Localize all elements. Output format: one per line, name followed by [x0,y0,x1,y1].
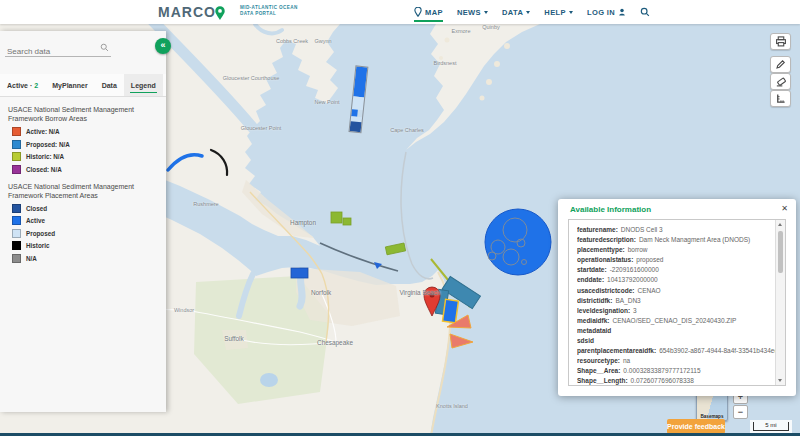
popup-content-box: featurename:DNODS Cell 3 featuredescript… [568,219,786,386]
field-key: usacedistrictcode: [577,287,634,294]
eraser-icon [775,76,786,87]
logo: MARCO [158,3,226,21]
map-place-label: Birdsnest [434,60,457,66]
popup-field-row: startdate:-2209161600000 [577,265,775,275]
legend-placement-items: Closed Active Proposed Historic N/A [0,204,166,263]
field-key: leveldesignation: [577,307,630,314]
map-place-label: Virginia Beach [399,289,440,296]
map-place-label: Rushmere [193,201,218,207]
legend-item-label: Historic: N/A [26,153,64,160]
logo-pin-icon [214,6,226,21]
legend-item: Closed: N/A [12,165,166,174]
field-value: borrow [628,246,648,253]
search-row [5,40,111,57]
map-place-label: Windsor [174,307,194,313]
nav-help[interactable]: HELP [544,0,573,24]
scroll-up-icon[interactable] [778,223,782,226]
field-value: CENAO [637,287,660,294]
popup-field-row: parentplacementareaidfk:654b3902-a867-49… [577,346,775,356]
legend-item-label: Closed: N/A [26,166,62,173]
app: Cobbs CreekGwynnQuinbyExmoreBirdsnestGlo… [0,0,800,436]
scale-bar: 5 mi [750,420,792,433]
popup-field-row: districtidfk:BA_DN3 [577,296,775,306]
field-key: operationalstatus: [577,256,633,263]
legend-item-label: Closed [26,205,47,212]
legend-swatch [12,216,21,225]
print-button[interactable] [770,33,791,50]
nav-data[interactable]: DATA [502,0,530,24]
legend-item: Proposed: N/A [12,140,166,149]
scale-label: 5 mi [753,422,789,431]
draw-button[interactable] [770,56,791,73]
field-value: BA_DN3 [615,297,640,304]
nav-news[interactable]: NEWS [457,0,488,24]
popup-field-row: featurename:DNODS Cell 3 [577,225,775,235]
scroll-down-icon[interactable] [778,379,782,382]
field-key: districtidfk: [577,297,612,304]
map-place-label: Knotts Island [436,403,468,409]
provide-feedback-button[interactable]: Provide feedback [667,419,725,434]
legend-section-title: USACE National Sediment Management Frame… [8,182,158,200]
popup-field-row: mediaidfk:CENAO/SED_CENAO_DIS_20240430.Z… [577,316,775,326]
nav-map[interactable]: MAP [414,0,443,24]
tab-active[interactable]: Active · 2 [0,74,45,96]
brand-text: MARCO [158,3,216,21]
field-key: featuredescription: [577,236,636,243]
field-key: resourcetype: [577,357,620,364]
measure-button[interactable] [770,90,791,107]
legend-section-title: USACE National Sediment Management Frame… [8,105,158,123]
popup-field-row: leveldesignation:3 [577,306,775,316]
popup-field-row: enddate:10413792000000 [577,275,775,285]
feature-blue-area[interactable] [291,268,308,278]
search-icon [100,43,109,52]
map-place-label: Gloucester Courthouse [223,75,280,81]
field-value: -2209161600000 [610,266,659,273]
nav-login[interactable]: LOG IN [587,0,626,24]
map-place-label: Hampton [290,219,316,226]
field-value: DNODS Cell 3 [621,226,663,233]
chevron-down-icon [484,11,488,14]
field-value: CENAO/SED_CENAO_DIS_20240430.ZIP [613,317,737,324]
feature-selected-area[interactable] [443,299,459,323]
map-place-label: Exmore [452,28,471,34]
legend-item-label: Active [26,217,45,224]
eraser-button[interactable] [770,73,791,90]
zoom-out-button[interactable]: − [733,405,748,419]
field-value: 0.0726077696078338 [631,377,694,384]
sidebar-collapse-button[interactable]: « [155,38,171,54]
tab-myplanner[interactable]: MyPlanner [45,74,94,96]
legend-item-label: N/A [26,255,37,262]
popup-scrollbar[interactable] [775,220,785,385]
field-value: 0.00032833879777172115 [623,367,700,374]
search-input[interactable] [5,46,99,57]
map-place-label: Gloucester Point [241,125,282,131]
popup-field-row: operationalstatus:proposed [577,255,775,265]
ruler-icon [775,93,786,104]
feature-circle-area[interactable] [485,209,551,275]
legend-swatch [12,152,21,161]
header: MARCO MID-ATLANTIC OCEAN DATA PORTAL MAP… [0,0,800,24]
logo-tagline: MID-ATLANTIC OCEAN DATA PORTAL [240,5,298,17]
main-nav: MAP NEWS DATA HELP LOG IN [414,0,650,24]
map-place-label: Chesapeake [317,339,353,346]
field-value: na [623,357,630,364]
active-count-badge: 2 [34,82,38,89]
tab-data[interactable]: Data [95,74,124,96]
lake [260,373,278,387]
legend-panel: USACE National Sediment Management Frame… [0,97,166,266]
popup-field-row: usacedistrictcode:CENAO [577,286,775,296]
field-key: Shape__Length: [577,377,628,384]
popup-field-row: Shape__Length:0.0726077696078338 [577,376,775,386]
legend-borrow-items: Active: N/A Proposed: N/A Historic: N/A … [0,127,166,174]
nav-search[interactable] [640,0,650,24]
field-key: enddate: [577,276,604,283]
legend-item: Closed [12,204,166,213]
map-pin-icon [414,7,422,17]
close-icon[interactable]: ✕ [781,204,788,213]
chevron-down-icon [526,11,530,14]
tab-legend[interactable]: Legend [124,74,163,96]
pencil-icon [775,59,786,70]
scrollbar-thumb[interactable] [778,231,783,273]
legend-swatch [12,241,21,250]
printer-icon [775,36,787,47]
